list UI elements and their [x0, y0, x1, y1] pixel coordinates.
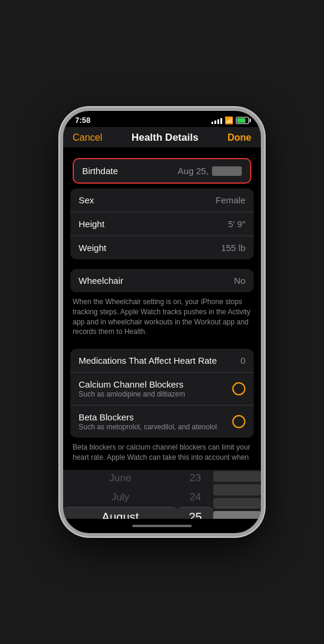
- beta-radio[interactable]: [232, 415, 245, 428]
- birthdate-row[interactable]: Birthdate Aug 25,: [73, 158, 251, 184]
- picker-day-23[interactable]: 23: [177, 470, 213, 488]
- picker-june[interactable]: June: [63, 470, 177, 488]
- home-indicator: [63, 519, 261, 533]
- picker-july[interactable]: July: [63, 488, 177, 507]
- picker-day-24[interactable]: 24: [177, 488, 213, 507]
- page-title: Health Details: [132, 132, 198, 144]
- day-picker-col[interactable]: 22 23 24 25 26 27 28: [177, 470, 213, 519]
- status-time: 7:58: [75, 116, 91, 125]
- birthdate-label: Birthdate: [82, 166, 118, 176]
- beta-blockers-row[interactable]: Beta Blockers Such as metoprolol, carved…: [70, 405, 254, 438]
- calcium-radio[interactable]: [232, 382, 245, 395]
- picker-year-selected[interactable]: [213, 511, 261, 519]
- medications-header-value: 0: [241, 355, 245, 366]
- calcium-info: Calcium Channel Blockers Such as amlodip…: [79, 379, 232, 398]
- calcium-name: Calcium Channel Blockers: [79, 379, 232, 389]
- calcium-blockers-row[interactable]: Calcium Channel Blockers Such as amlodip…: [70, 373, 254, 405]
- status-bar: 7:58 📶: [63, 111, 261, 127]
- wheelchair-value: No: [234, 275, 245, 286]
- beta-info: Beta Blockers Such as metoprolol, carved…: [79, 412, 232, 431]
- phone-frame: 7:58 📶 Cancel Health Details Done: [60, 107, 264, 537]
- height-row[interactable]: Height 5′ 9″: [70, 212, 254, 236]
- nav-bar: Cancel Health Details Done: [63, 127, 261, 147]
- weight-value: 155 lb: [221, 243, 245, 253]
- status-icons: 📶: [211, 116, 249, 125]
- medications-section: Medications That Affect Heart Rate 0 Cal…: [70, 349, 254, 438]
- personal-info-section: Sex Female Height 5′ 9″ Weight 155 lb: [70, 188, 254, 259]
- wheelchair-label: Wheelchair: [79, 275, 123, 286]
- weight-label: Weight: [79, 243, 106, 253]
- height-label: Height: [79, 219, 104, 229]
- wheelchair-row[interactable]: Wheelchair No: [70, 269, 254, 292]
- wifi-icon: 📶: [225, 116, 233, 125]
- height-value: 5′ 9″: [228, 219, 245, 229]
- picker-year-1[interactable]: [213, 471, 261, 482]
- date-picker[interactable]: May June July August September October N…: [63, 470, 261, 519]
- picker-year-2[interactable]: [213, 484, 261, 495]
- picker-day-25[interactable]: 25: [177, 507, 213, 519]
- birthdate-value: Aug 25,: [177, 166, 208, 176]
- beta-name: Beta Blockers: [79, 412, 232, 422]
- cancel-button[interactable]: Cancel: [73, 132, 102, 143]
- picker-august[interactable]: August: [63, 507, 177, 519]
- home-bar: [132, 525, 192, 527]
- wheelchair-description: When the Wheelchair setting is on, your …: [63, 292, 261, 344]
- battery-icon: [236, 117, 249, 124]
- weight-row[interactable]: Weight 155 lb: [70, 236, 254, 259]
- medications-header-label: Medications That Affect Heart Rate: [79, 355, 217, 366]
- sex-row[interactable]: Sex Female: [70, 188, 254, 212]
- birthdate-year-hidden: [212, 166, 242, 176]
- beta-description: Beta blockers or calcium channel blocker…: [63, 438, 261, 470]
- sex-label: Sex: [79, 195, 94, 205]
- medications-header-row: Medications That Affect Heart Rate 0: [70, 349, 254, 373]
- signal-icon: [211, 117, 222, 124]
- done-button[interactable]: Done: [228, 132, 251, 143]
- calcium-subtitle: Such as amlodipine and diltiazem: [79, 390, 232, 398]
- month-picker-col[interactable]: May June July August September October N…: [63, 470, 177, 519]
- year-picker-col[interactable]: [213, 470, 261, 519]
- picker-year-3[interactable]: [213, 498, 261, 509]
- content: Birthdate Aug 25, Sex Female Height 5′ 9…: [63, 147, 261, 519]
- beta-subtitle: Such as metoprolol, carvedilol, and aten…: [79, 423, 232, 431]
- sex-value: Female: [216, 195, 245, 205]
- wheelchair-section: Wheelchair No: [70, 269, 254, 292]
